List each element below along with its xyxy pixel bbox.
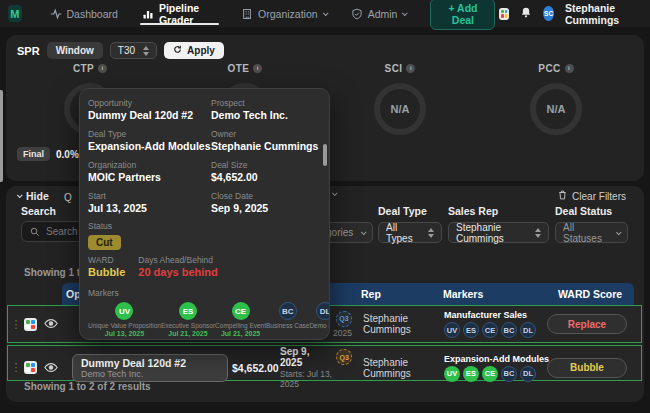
bell-icon[interactable] — [520, 5, 532, 23]
nav-item-label: Dashboard — [67, 8, 118, 20]
filter-label: Deal Status — [555, 205, 628, 217]
quick-filter-label[interactable]: Q — [64, 192, 72, 203]
marker-ce: CE — [482, 366, 498, 382]
crm-sync-icon[interactable] — [24, 361, 37, 374]
nav-item-label: Admin — [368, 8, 398, 20]
deal-name: Dummy Deal 120d #2 — [81, 357, 219, 369]
chevron-down-icon — [616, 229, 621, 234]
nav-item-organization[interactable]: Organization — [231, 0, 337, 27]
days-behind-value: 20 days behind — [138, 266, 217, 279]
nav-item-label: Organization — [258, 8, 318, 20]
user-name[interactable]: Stephanie Cummings — [565, 2, 642, 26]
drag-handle-icon[interactable]: ⋮ — [8, 320, 24, 329]
spr-label: SPR — [17, 45, 40, 57]
drag-handle-icon[interactable]: ⋮ — [8, 363, 24, 372]
tooltip-field: Close DateSep 9, 2025 — [211, 191, 321, 215]
ward-value: Bubble — [88, 266, 125, 279]
marker-uv: UV — [444, 322, 460, 338]
amount-cell: $4,652.00 — [232, 362, 280, 374]
marker-bc: BC — [501, 322, 517, 338]
window-toggle-button[interactable]: Window — [47, 42, 103, 59]
filter-deal-status: Deal Status All Statuses — [555, 205, 628, 243]
tooltip-field: Deal Size$4,652.00 — [211, 160, 321, 184]
filter-sales-rep: Sales Rep Stephanie Cummings — [448, 205, 549, 243]
marker-type-label: Manufacturer Sales — [444, 310, 547, 320]
date-cell: Sep 9, 2025Q3 Starts: Jul 13, 2025 — [280, 346, 354, 389]
nav-item-dashboard[interactable]: Dashboard — [40, 0, 128, 27]
tooltip-field: OwnerStephanie Cummings — [211, 129, 321, 153]
header-rep[interactable]: Rep — [361, 288, 381, 300]
apply-label: Apply — [187, 45, 215, 56]
markers-cell: Manufacturer Sales UV ES CE BC DL — [444, 310, 547, 338]
marker-dl: DL — [520, 322, 536, 338]
nav-item-pipeline-grader[interactable]: Pipeline Grader — [132, 0, 227, 27]
gauge-ring: N/A — [530, 83, 582, 135]
info-icon[interactable]: i — [565, 64, 574, 73]
quarter-badge: Q3 — [336, 349, 352, 365]
chevron-down-icon — [361, 229, 367, 235]
results-count-bottom: Showing 1 to 2 of 2 results — [24, 381, 151, 392]
activity-icon — [50, 8, 62, 20]
left-scrollbar[interactable] — [0, 90, 3, 182]
search-icon — [30, 223, 40, 241]
deal-type-select[interactable]: All Types — [378, 222, 442, 243]
clear-filters-button[interactable]: Clear Filters — [558, 190, 626, 202]
gauge-ring: N/A — [374, 83, 426, 135]
tooltip-field: OrganizationMOIC Partners — [88, 160, 211, 184]
apps-icon[interactable] — [499, 8, 509, 20]
rep-cell: Stephanie Cummings — [354, 313, 444, 335]
ward-days-row: WARDBubble Days Ahead/Behind20 days behi… — [88, 255, 321, 279]
marker-es: ES — [463, 366, 479, 382]
ward-score-button[interactable]: Bubble — [547, 358, 627, 378]
tooltip-marker-es: ESExecutive SponsorJul 21, 2025 — [161, 302, 215, 338]
start-date: Starts: Jul 13, 2025 — [280, 369, 352, 389]
select-arrows-icon — [535, 228, 541, 238]
tooltip-scrollbar[interactable] — [323, 144, 327, 166]
header-ward-score[interactable]: WARD Score — [558, 288, 622, 300]
crm-sync-icon[interactable] — [24, 318, 37, 331]
hide-label: Hide — [26, 190, 49, 202]
tooltip-field: ProspectDemo Tech Inc. — [211, 98, 321, 122]
header-markers[interactable]: Markers — [443, 288, 483, 300]
ward-score-button[interactable]: Replace — [547, 314, 627, 334]
section-chevron-icon[interactable] — [332, 190, 338, 196]
hide-toggle[interactable]: Hide — [17, 190, 49, 202]
info-icon[interactable]: i — [98, 64, 107, 73]
avatar[interactable]: SC — [543, 6, 554, 21]
eye-icon[interactable] — [44, 359, 68, 377]
marker-dl: DL — [520, 366, 536, 382]
info-icon[interactable]: i — [253, 64, 262, 73]
quarter-badge: Q3 — [336, 311, 352, 327]
chevron-down-icon — [323, 10, 329, 16]
sales-rep-select[interactable]: Stephanie Cummings — [448, 222, 549, 243]
apply-button[interactable]: Apply — [164, 42, 224, 59]
nav-item-label: Pipeline Grader — [159, 2, 217, 26]
status-badge: Cut — [88, 235, 121, 250]
gauge-pcc: PCCi N/A — [486, 63, 626, 135]
marker-es: ES — [463, 322, 479, 338]
tooltip-marker-bc: BCBusiness Case — [266, 302, 309, 338]
opportunity-hover-box[interactable]: Dummy Deal 120d #2 Demo Tech Inc. — [72, 354, 228, 382]
gauge-label: SCI — [385, 63, 403, 74]
filter-label: Deal Type — [378, 205, 442, 217]
opportunity-cell[interactable]: Dummy Deal 120d #2 Demo Tech Inc. — [68, 354, 232, 382]
gauge-label: CTP — [73, 63, 94, 74]
eye-icon[interactable] — [44, 315, 68, 333]
deal-status-select[interactable]: All Statuses — [555, 222, 628, 243]
table-row[interactable]: ⋮ Dummy Deal 120d #2 Demo Tech Inc. $4,6… — [7, 345, 642, 381]
gauge-label: PCC — [538, 63, 560, 74]
bar-chart-icon — [142, 8, 154, 20]
marker-ce: CE — [482, 322, 498, 338]
info-icon[interactable]: i — [406, 64, 415, 73]
period-select[interactable]: T30 — [110, 42, 157, 59]
nav-right: SC Stephanie Cummings — [499, 2, 642, 26]
deal-details-tooltip: OpportunityDummy Deal 120d #2 ProspectDe… — [79, 88, 330, 340]
add-deal-button[interactable]: + Add Deal — [430, 0, 495, 30]
close-date: Sep 9, 2025 — [280, 346, 333, 368]
period-value: T30 — [118, 45, 135, 56]
trash-icon — [558, 190, 567, 202]
app-logo[interactable]: M — [8, 5, 22, 22]
shield-check-icon — [351, 8, 363, 20]
filter-label: Sales Rep — [448, 205, 549, 217]
nav-item-admin[interactable]: Admin — [341, 0, 417, 27]
